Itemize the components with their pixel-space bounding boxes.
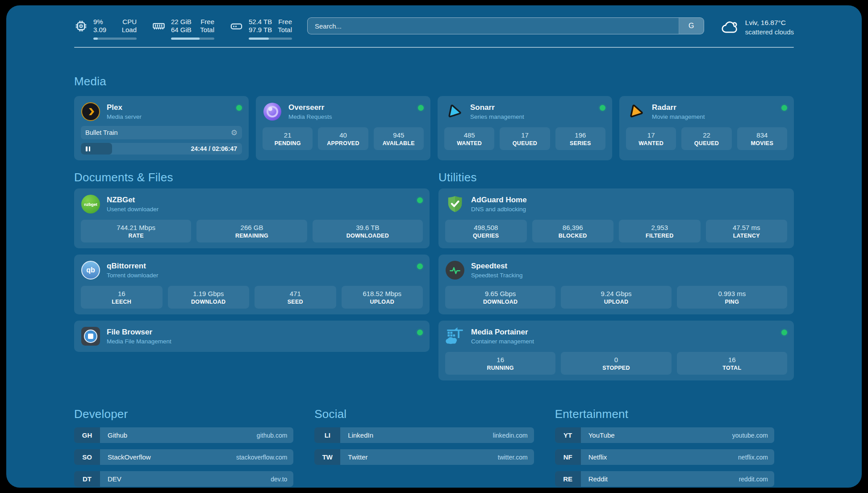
now-playing-title: Bullet Train	[85, 129, 231, 136]
app-card-radarr[interactable]: Radarr Movie management 17 WANTED 22 QUE…	[619, 96, 794, 160]
stat-label: LATENCY	[708, 233, 786, 239]
stat-label: DOWNLOAD	[170, 299, 248, 305]
memory-usage-bar	[171, 38, 214, 40]
adguard-icon	[445, 194, 465, 214]
app-name: Overseerr	[288, 103, 332, 112]
stat-value: 485	[446, 131, 492, 139]
stat-running: 16 RUNNING	[445, 352, 555, 375]
search-engine-button[interactable]: G	[679, 18, 704, 34]
stat-blocked: 86,396 BLOCKED	[532, 220, 614, 242]
bookmark-dev[interactable]: DT DEV dev.to	[74, 471, 293, 487]
status-online-dot	[417, 197, 423, 203]
weather-widget: Lviv, 16.87°C scattered clouds	[720, 16, 794, 37]
total-label: Total	[278, 26, 292, 34]
bookmark-stackoverflow[interactable]: SO StackOverflow stackoverflow.com	[74, 449, 293, 465]
bookmark-url: linkedin.com	[493, 427, 534, 443]
stat-label: QUEUED	[683, 140, 730, 146]
app-subtitle: Media server	[107, 113, 142, 120]
settings-gear-icon[interactable]: ⚙	[231, 129, 238, 137]
app-card-overseerr[interactable]: Overseerr Media Requests 21 PENDING 40 A…	[256, 96, 430, 160]
stat-value: 945	[376, 131, 422, 139]
bookmark-url: reddit.com	[739, 471, 774, 487]
disk-total-value: 97.9 TB	[249, 26, 272, 34]
stat-download: 9.65 Gbps DOWNLOAD	[445, 286, 555, 309]
stat-value: 266 GB	[198, 224, 305, 231]
app-card-filebrowser[interactable]: File Browser Media File Management	[74, 321, 430, 352]
status-online-dot	[417, 330, 423, 335]
middle-columns: Documents & Files nzbget NZBGet Usenet d…	[74, 171, 794, 380]
bookmark-github[interactable]: GH Github github.com	[74, 427, 293, 443]
status-online-dot	[418, 105, 424, 111]
disk-icon	[230, 19, 243, 33]
bookmark-twitter[interactable]: TW Twitter twitter.com	[314, 449, 534, 465]
bookmark-tag: TW	[314, 449, 340, 465]
stat-pending: 21 PENDING	[263, 127, 313, 150]
app-subtitle: Container management	[471, 338, 534, 345]
stat-label: WANTED	[628, 140, 674, 146]
app-name: Speedtest	[471, 262, 523, 271]
stat-label: PING	[679, 299, 785, 305]
stat-remaining: 266 GB REMAINING	[196, 220, 307, 242]
cpu-icon	[74, 19, 88, 33]
app-card-adguard[interactable]: AdGuard Home DNS and adblocking 498,508 …	[438, 188, 794, 248]
bookmark-linkedin[interactable]: LI LinkedIn linkedin.com	[314, 427, 534, 443]
bookmark-youtube[interactable]: YT YouTube youtube.com	[555, 427, 774, 443]
section-media: Media Plex Media server	[74, 75, 794, 160]
stat-value: 16	[83, 290, 161, 297]
app-subtitle: DNS and adblocking	[471, 206, 527, 213]
app-card-sonarr[interactable]: Sonarr Series management 485 WANTED 17 Q…	[438, 96, 612, 160]
stat-leech: 16 LEECH	[81, 286, 163, 309]
stat-label: QUEUED	[501, 140, 548, 146]
stat-wanted: 485 WANTED	[444, 127, 494, 150]
stat-queued: 17 QUEUED	[500, 127, 550, 150]
bookmark-name: StackOverflow	[100, 449, 151, 465]
weather-location-temp: Lviv, 16.87°C	[745, 19, 794, 27]
cpu-usage-bar-fill	[93, 38, 98, 40]
stat-value: 498,508	[447, 224, 525, 231]
stat-value: 744.21 Mbps	[83, 224, 189, 231]
stat-label: BLOCKED	[534, 233, 612, 239]
total-label: Total	[200, 26, 214, 34]
free-label: Free	[200, 18, 214, 26]
app-name: Radarr	[652, 103, 705, 112]
pause-button[interactable]	[86, 146, 90, 151]
status-online-dot	[781, 105, 787, 111]
stat-value: 16	[679, 356, 785, 363]
bookmarks-row: Developer GH Github github.com SO StackO…	[74, 407, 774, 487]
stat-upload: 9.24 Gbps UPLOAD	[561, 286, 671, 309]
stat-ping: 0.993 ms PING	[677, 286, 787, 309]
bookmark-name: Github	[100, 427, 127, 443]
bookmarks-entertainment: Entertainment YT YouTube youtube.com NF …	[555, 407, 774, 487]
app-subtitle: Usenet downloader	[107, 206, 159, 213]
stat-value: 47.57 ms	[708, 224, 786, 231]
bookmark-url: netflix.com	[738, 449, 774, 465]
app-name: qBittorrent	[107, 262, 159, 271]
app-card-speedtest[interactable]: Speedtest Speedtest Tracking 9.65 Gbps D…	[438, 255, 794, 314]
stat-value: 40	[320, 131, 366, 139]
app-card-portainer[interactable]: Media Portainer Container management 16 …	[438, 321, 794, 380]
disk-usage-bar	[249, 38, 292, 40]
bookmark-url: youtube.com	[732, 427, 774, 443]
plex-icon	[81, 102, 100, 121]
bookmark-netflix[interactable]: NF Netflix netflix.com	[555, 449, 774, 465]
app-card-nzbget[interactable]: nzbget NZBGet Usenet downloader 744.21 M…	[74, 188, 430, 248]
ram-icon	[152, 19, 166, 33]
bookmark-name: Twitter	[340, 449, 367, 465]
bookmark-reddit[interactable]: RE Reddit reddit.com	[555, 471, 774, 487]
status-online-dot	[600, 105, 605, 111]
speedtest-icon	[445, 260, 465, 280]
app-card-qbittorrent[interactable]: qb qBittorrent Torrent downloader 16	[74, 255, 430, 314]
search-input[interactable]	[308, 18, 679, 34]
app-name: File Browser	[107, 328, 171, 337]
stat-value: 9.65 Gbps	[447, 290, 554, 297]
bookmark-tag: LI	[314, 427, 340, 443]
stat-label: PENDING	[264, 140, 311, 146]
search-bar: G	[307, 17, 704, 34]
bookmark-tag: RE	[555, 471, 581, 487]
app-card-plex[interactable]: Plex Media server Bullet Train ⚙ 24:44 /…	[74, 96, 249, 160]
stat-wanted: 17 WANTED	[626, 127, 676, 150]
free-label: Free	[278, 18, 292, 26]
stat-label: APPROVED	[320, 140, 366, 146]
memory-stat: 22 GiB 64 GiB Free Total	[152, 18, 214, 40]
stat-value: 9.24 Gbps	[563, 290, 669, 297]
